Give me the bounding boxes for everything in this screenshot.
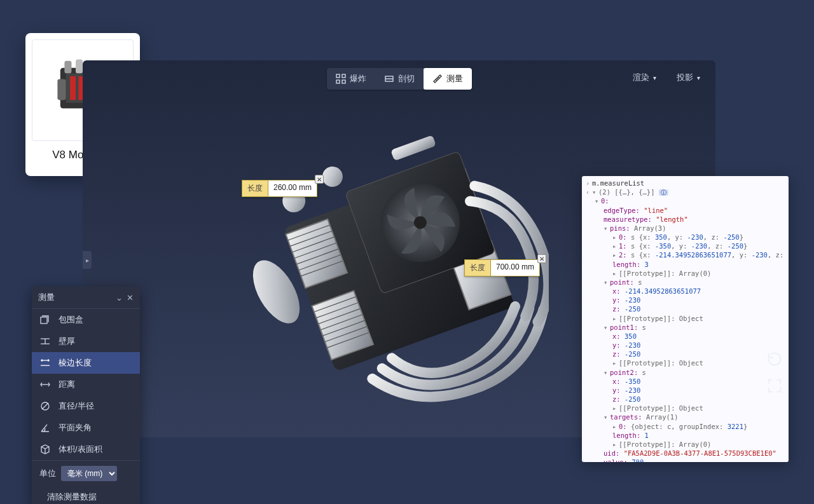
measure-panel: 测量 ⌄ ✕ 包围盒 壁厚 棱边长度 距离 直径/半径 平面夹角 体积/表面积 … xyxy=(32,287,140,504)
measurement-1-value: 260.00 mm xyxy=(268,180,317,197)
bbox-icon xyxy=(39,314,51,325)
chevron-down-icon[interactable]: ⌄ xyxy=(116,293,123,303)
svg-rect-46 xyxy=(390,135,436,161)
measurement-tag-1[interactable]: 长度 260.00 mm ✕ xyxy=(242,180,317,197)
svg-line-17 xyxy=(437,78,438,79)
close-icon[interactable]: ✕ xyxy=(537,254,546,263)
mode-section-button[interactable]: 剖切 xyxy=(375,68,424,90)
svg-rect-12 xyxy=(336,80,340,83)
measurement-tag-2[interactable]: 长度 700.00 mm ✕ xyxy=(464,259,540,276)
left-expand-handle[interactable]: ▸ xyxy=(83,251,92,269)
close-icon[interactable]: ✕ xyxy=(127,293,134,303)
volume-icon xyxy=(39,444,51,455)
svg-rect-10 xyxy=(336,74,340,78)
distance-icon xyxy=(39,379,51,390)
diameter-icon xyxy=(39,400,51,412)
svg-line-16 xyxy=(436,79,437,81)
measure-item-label: 平面夹角 xyxy=(59,422,92,433)
close-icon[interactable]: ✕ xyxy=(315,175,324,184)
debug-console[interactable]: ›m.measureList ‹▾(2) [{…}, {…}] ⓘ ▾0: ed… xyxy=(582,176,789,462)
reset-view-icon[interactable] xyxy=(766,350,783,368)
measure-item-label: 包围盒 xyxy=(59,314,83,325)
mode-measure-label: 测量 xyxy=(446,73,463,85)
measure-item-thickness[interactable]: 壁厚 xyxy=(32,330,140,352)
svg-rect-5 xyxy=(70,76,76,100)
chevron-down-icon: ▾ xyxy=(697,74,700,81)
chevron-down-icon: ▾ xyxy=(653,74,656,81)
svg-line-57 xyxy=(42,403,48,409)
measurement-1-label: 长度 xyxy=(242,180,268,197)
explode-icon xyxy=(336,74,346,84)
thickness-icon xyxy=(39,336,51,347)
section-icon xyxy=(384,74,394,84)
measure-panel-title: 测量 xyxy=(38,292,55,303)
mode-explode-label: 爆炸 xyxy=(350,73,366,85)
measure-item-angle[interactable]: 平面夹角 xyxy=(32,417,140,439)
measure-item-label: 棱边长度 xyxy=(59,357,92,369)
unit-label: 单位 xyxy=(39,468,56,479)
unit-select[interactable]: 毫米 (mm) xyxy=(61,466,117,481)
mode-measure-button[interactable]: 测量 xyxy=(424,68,472,90)
svg-rect-13 xyxy=(342,80,345,83)
projection-label: 投影 xyxy=(677,72,693,83)
measure-item-label: 距离 xyxy=(59,379,75,390)
mode-section-label: 剖切 xyxy=(398,73,415,85)
measure-item-edge-length[interactable]: 棱边长度 xyxy=(32,352,140,374)
projection-mode-button[interactable]: 投影 ▾ xyxy=(668,68,705,87)
viewport-floating-icons xyxy=(766,350,783,395)
svg-rect-2 xyxy=(76,60,83,74)
measure-item-label: 壁厚 xyxy=(59,336,75,347)
svg-line-18 xyxy=(438,77,439,78)
mode-explode-button[interactable]: 爆炸 xyxy=(327,68,375,90)
measurement-2-value: 700.00 mm xyxy=(490,259,540,276)
clear-label: 清除测量数据 xyxy=(47,491,97,503)
svg-rect-1 xyxy=(64,61,71,74)
measure-item-label: 体积/表面积 xyxy=(59,444,102,455)
measurement-2-label: 长度 xyxy=(464,259,490,276)
clear-measurements-button[interactable]: 清除测量数据 xyxy=(32,486,140,504)
render-label: 渲染 xyxy=(633,72,649,83)
view-options-toolbar: 渲染 ▾ 投影 ▾ xyxy=(624,68,705,87)
render-mode-button[interactable]: 渲染 ▾ xyxy=(624,68,661,87)
svg-rect-47 xyxy=(41,317,47,324)
measure-item-label: 直径/半径 xyxy=(59,400,94,412)
angle-icon xyxy=(39,422,51,433)
unit-row: 单位 毫米 (mm) xyxy=(32,460,140,486)
measure-item-bbox[interactable]: 包围盒 xyxy=(32,309,140,330)
svg-rect-8 xyxy=(57,79,66,100)
console-header: m.measureList xyxy=(592,179,644,187)
measure-icon xyxy=(432,74,443,84)
svg-rect-11 xyxy=(342,74,345,78)
edge-length-icon xyxy=(39,357,51,369)
measure-item-diameter[interactable]: 直径/半径 xyxy=(32,395,140,417)
fullscreen-icon[interactable] xyxy=(766,377,783,395)
measure-item-volume[interactable]: 体积/表面积 xyxy=(32,439,140,460)
measure-item-distance[interactable]: 距离 xyxy=(32,374,140,395)
mode-toolbar: 爆炸 剖切 测量 xyxy=(327,68,472,90)
